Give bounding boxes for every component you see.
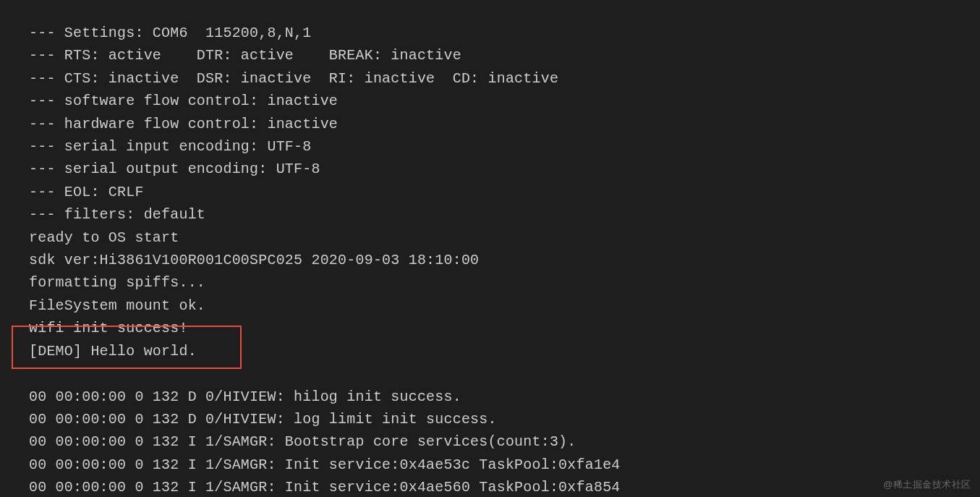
terminal-line: 00 00:00:00 0 132 D 0/HIVIEW: hilog init… [29,386,980,408]
terminal-line: wifi init success! [29,317,980,339]
terminal-line: 00 00:00:00 0 132 I 1/SAMGR: Bootstrap c… [29,430,980,453]
terminal-line: 00 00:00:00 0 132 D 0/HIVIEW: log limit … [29,408,980,430]
terminal-line: --- serial input encoding: UTF-8 [29,135,980,158]
terminal-line: --- software flow control: inactive [29,90,980,112]
terminal-line: sdk ver:Hi3861V100R001C00SPC025 2020-09-… [29,249,980,271]
terminal-line: --- hardware flow control: inactive [29,113,980,135]
terminal-output[interactable]: --- Settings: COM6 115200,8,N,1--- RTS: … [0,0,980,497]
terminal-line [29,362,980,385]
terminal-line: --- CTS: inactive DSR: inactive RI: inac… [29,67,980,90]
terminal-line: --- EOL: CRLF [29,181,980,203]
terminal-line: --- filters: default [29,203,980,226]
terminal-line: 00 00:00:00 0 132 I 1/SAMGR: Init servic… [29,454,980,476]
terminal-line: FileSystem mount ok. [29,294,980,317]
terminal-line: --- Settings: COM6 115200,8,N,1 [29,22,980,44]
watermark: @稀土掘金技术社区 [883,478,971,491]
terminal-line: --- RTS: active DTR: active BREAK: inact… [29,44,980,67]
terminal-line: --- serial output encoding: UTF-8 [29,158,980,180]
terminal-line: ready to OS start [29,226,980,249]
terminal-line: 00 00:00:00 0 132 I 1/SAMGR: Init servic… [29,476,980,497]
terminal-line: [DEMO] Hello world. [29,340,980,362]
terminal-line: formatting spiffs... [29,271,980,294]
